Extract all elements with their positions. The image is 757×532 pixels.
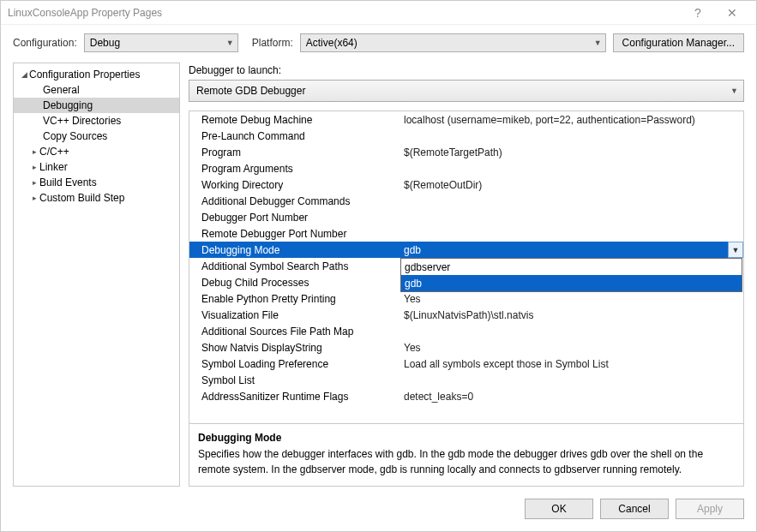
property-grid-container: Remote Debug Machinelocalhost (username=… <box>189 111 744 487</box>
tree-item-label: VC++ Directories <box>43 115 121 127</box>
property-name: Visualization File <box>189 309 400 321</box>
property-row[interactable]: Program$(RemoteTargetPath) <box>189 144 743 160</box>
tree-root-label: Configuration Properties <box>29 69 140 81</box>
property-name: Symbol List <box>189 374 400 386</box>
property-value[interactable]: $(RemoteOutDir) <box>400 179 743 191</box>
property-value[interactable]: Yes <box>400 342 743 354</box>
dropdown-option[interactable]: gdbserver <box>401 259 742 275</box>
property-value[interactable]: $(RemoteTargetPath) <box>400 146 743 158</box>
window-title: LinuxConsoleApp Property Pages <box>8 7 681 19</box>
tree-item-label: Build Events <box>39 176 97 188</box>
debugger-launch-combo[interactable]: Remote GDB Debugger ▼ <box>189 80 744 102</box>
platform-label: Platform: <box>252 37 293 49</box>
tree-item-label: Linker <box>39 161 68 173</box>
property-row[interactable]: Visualization File$(LinuxNatvisPath)\stl… <box>189 307 743 323</box>
tree-item[interactable]: Debugging <box>14 98 179 113</box>
configuration-value: Debug <box>90 37 120 49</box>
description-text: Specifies how the debugger interfaces wi… <box>198 447 735 477</box>
dialog-footer: OK Cancel Apply <box>1 490 756 531</box>
property-grid[interactable]: Remote Debug Machinelocalhost (username=… <box>189 111 743 423</box>
description-heading: Debugging Mode <box>198 431 735 445</box>
property-name: Pre-Launch Command <box>189 130 400 142</box>
chevron-down-icon: ▼ <box>594 39 602 47</box>
property-name: Remote Debug Machine <box>189 114 400 126</box>
configuration-manager-button[interactable]: Configuration Manager... <box>613 33 744 52</box>
tree-item[interactable]: ▸C/C++ <box>14 144 179 159</box>
ok-button[interactable]: OK <box>525 499 593 519</box>
tree-item-label: Copy Sources <box>43 130 107 142</box>
property-pages-dialog: LinuxConsoleApp Property Pages ? ✕ Confi… <box>0 0 757 532</box>
apply-button: Apply <box>676 499 744 519</box>
property-row[interactable]: Show Natvis DisplayStringYes <box>189 339 743 356</box>
property-row[interactable]: Program Arguments <box>189 160 743 176</box>
property-name: Additional Sources File Path Map <box>189 326 400 338</box>
chevron-down-icon: ▼ <box>226 39 234 47</box>
tree-item[interactable]: ▸Custom Build Step <box>14 190 179 206</box>
property-name: Program <box>189 146 400 158</box>
property-value[interactable]: gdb <box>400 244 743 256</box>
property-name: Additional Debugger Commands <box>189 195 400 207</box>
property-row[interactable]: Remote Debugger Port Number <box>189 225 743 242</box>
tree-item[interactable]: Copy Sources <box>14 129 179 144</box>
configuration-label: Configuration: <box>13 37 77 49</box>
tree-expand-icon[interactable]: ▸ <box>29 178 39 187</box>
debugger-launch-value: Remote GDB Debugger <box>196 85 305 97</box>
cancel-button[interactable]: Cancel <box>600 499 669 519</box>
right-panel: Debugger to launch: Remote GDB Debugger … <box>189 63 744 487</box>
property-row[interactable]: Additional Debugger Commands <box>189 193 743 209</box>
dropdown-button[interactable]: ▼ <box>728 242 743 258</box>
tree-collapse-icon[interactable]: ◢ <box>19 70 29 79</box>
tree-item[interactable]: ▸Linker <box>14 159 179 175</box>
chevron-down-icon: ▼ <box>730 87 738 95</box>
dropdown-option[interactable]: gdb <box>401 275 742 291</box>
debugger-launch-label: Debugger to launch: <box>189 63 744 80</box>
property-row[interactable]: Debugging Modegdb <box>189 242 743 258</box>
tree-item-label: Debugging <box>43 99 93 111</box>
configuration-combo[interactable]: Debug ▼ <box>84 33 238 52</box>
property-name: Remote Debugger Port Number <box>189 228 400 240</box>
property-row[interactable]: Debugger Port Number <box>189 209 743 225</box>
property-name: Debugger Port Number <box>189 212 400 224</box>
property-value[interactable]: Load all symbols except those in Symbol … <box>400 358 743 370</box>
property-name: AddressSanitizer Runtime Flags <box>189 391 400 403</box>
tree-expand-icon[interactable]: ▸ <box>29 147 39 156</box>
tree-expand-icon[interactable]: ▸ <box>29 194 39 202</box>
debugging-mode-dropdown[interactable]: gdbservergdb <box>400 258 742 292</box>
property-row[interactable]: Pre-Launch Command <box>189 128 743 144</box>
tree-item-label: C/C++ <box>39 146 69 158</box>
property-value[interactable]: detect_leaks=0 <box>400 391 743 403</box>
property-row[interactable]: Symbol List <box>189 372 743 388</box>
property-row[interactable]: Enable Python Pretty PrintingYes <box>189 290 743 307</box>
property-value[interactable]: localhost (username=mikeb, port=22, auth… <box>400 114 743 126</box>
property-name: Debug Child Processes <box>189 277 400 289</box>
tree-item[interactable]: ▸Build Events <box>14 175 179 190</box>
description-pane: Debugging Mode Specifies how the debugge… <box>189 423 743 486</box>
dialog-body: ◢ Configuration Properties GeneralDebugg… <box>1 59 756 490</box>
property-value[interactable]: $(LinuxNatvisPath)\stl.natvis <box>400 309 743 321</box>
property-row[interactable]: AddressSanitizer Runtime Flagsdetect_lea… <box>189 388 743 404</box>
tree-item-label: Custom Build Step <box>39 192 124 204</box>
help-icon[interactable]: ? <box>681 6 715 20</box>
property-row[interactable]: Additional Sources File Path Map <box>189 323 743 339</box>
tree-item[interactable]: General <box>14 82 179 98</box>
property-row[interactable]: Remote Debug Machinelocalhost (username=… <box>189 111 743 128</box>
property-name: Debugging Mode <box>189 244 400 256</box>
tree-expand-icon[interactable]: ▸ <box>29 163 39 171</box>
property-name: Enable Python Pretty Printing <box>189 293 400 305</box>
property-name: Program Arguments <box>189 163 400 175</box>
nav-tree[interactable]: ◢ Configuration Properties GeneralDebugg… <box>13 63 180 487</box>
platform-value: Active(x64) <box>306 37 357 49</box>
tree-item[interactable]: VC++ Directories <box>14 113 179 129</box>
tree-item-label: General <box>43 84 80 96</box>
property-name: Show Natvis DisplayString <box>189 342 400 354</box>
property-value[interactable]: Yes <box>400 293 743 305</box>
property-row[interactable]: Working Directory$(RemoteOutDir) <box>189 176 743 193</box>
property-row[interactable]: Symbol Loading PreferenceLoad all symbol… <box>189 356 743 372</box>
property-name: Working Directory <box>189 179 400 191</box>
property-name: Symbol Loading Preference <box>189 358 400 370</box>
tree-root[interactable]: ◢ Configuration Properties <box>14 67 179 82</box>
close-icon[interactable]: ✕ <box>715 6 749 20</box>
titlebar: LinuxConsoleApp Property Pages ? ✕ <box>1 1 756 25</box>
property-name: Additional Symbol Search Paths <box>189 260 400 272</box>
platform-combo[interactable]: Active(x64) ▼ <box>300 33 606 52</box>
